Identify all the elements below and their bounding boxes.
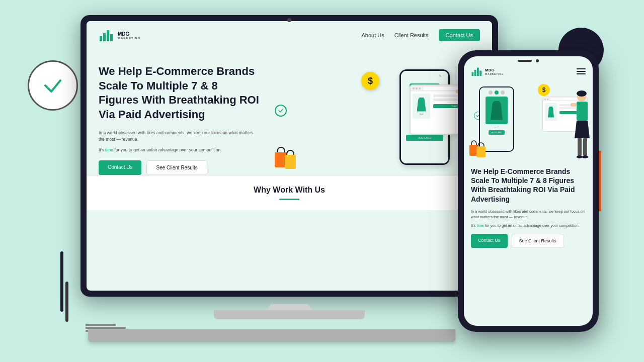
phone-logo-subtitle: MARKETING	[485, 72, 504, 75]
svg-rect-15	[285, 155, 296, 169]
hero-client-results-button[interactable]: See Client Results	[146, 160, 207, 175]
svg-rect-30	[476, 146, 486, 157]
svg-rect-19	[479, 71, 481, 76]
laptop-screen: MDG MARKETING About Us Client Results Co…	[80, 15, 498, 297]
laptop-base	[214, 310, 365, 319]
svg-marker-24	[575, 121, 590, 138]
hamburger-menu-button[interactable]	[577, 68, 586, 74]
svg-rect-22	[577, 102, 588, 121]
deco-bar-2	[65, 282, 68, 322]
nav-about-us[interactable]: About Us	[361, 32, 384, 38]
svg-point-27	[577, 155, 583, 158]
phone-contact-button[interactable]: Contact Us	[471, 234, 508, 248]
svg-rect-18	[477, 68, 479, 76]
hero-buttons: Contact Us See Client Results	[99, 160, 260, 175]
phone-dollar-badge: $	[538, 84, 550, 96]
phone-hero-desc-2: It's time for you to get an unfair advan…	[471, 223, 586, 228]
laptop-nav: MDG MARKETING About Us Client Results Co…	[87, 21, 492, 49]
hamburger-line-2	[577, 71, 586, 72]
svg-point-28	[582, 155, 588, 158]
check-circle-decoration	[28, 60, 78, 111]
hero-illustration: $ 🔍♡	[270, 64, 480, 175]
phone-person-illustration	[562, 89, 590, 162]
add-card-label: ADD CARD	[406, 135, 443, 141]
hamburger-line-1	[577, 68, 586, 69]
svg-rect-23	[571, 103, 577, 107]
phone-shopping-bags	[468, 137, 488, 161]
phone-add-card-label: ADD CARD	[489, 130, 505, 135]
phone-hero-illustration: $	[464, 81, 593, 162]
laptop-logo-text: MDG	[118, 31, 140, 37]
phone-logo: MDG MARKETING	[471, 65, 504, 77]
laptop-nav-links: About Us Client Results Contact Us	[361, 29, 480, 41]
svg-point-21	[577, 90, 587, 97]
svg-rect-1	[103, 33, 106, 41]
nav-client-results[interactable]: Client Results	[394, 32, 429, 38]
hero-check-circle	[275, 105, 287, 117]
hero-desc-1: In a world obsessed with likes and comme…	[99, 130, 260, 143]
phone-client-results-button[interactable]: See Client Results	[512, 234, 564, 248]
laptop-website: MDG MARKETING About Us Client Results Co…	[87, 21, 492, 291]
phone-hero-title: We Help E-Commerce Brands Scale To Multi…	[471, 167, 586, 204]
why-work-section: Why Work With Us	[87, 175, 492, 210]
svg-rect-17	[474, 70, 476, 76]
hero-desc-2: It's time for you to get an unfair advan…	[99, 147, 260, 153]
svg-rect-0	[100, 36, 102, 41]
hero-contact-button[interactable]: Contact Us	[99, 160, 141, 175]
laptop-keyboard	[88, 329, 455, 342]
shopping-bags-illustration	[272, 142, 300, 175]
laptop-camera	[287, 18, 291, 22]
hamburger-line-3	[577, 73, 586, 74]
phone-device: MDG MARKETING $	[458, 50, 599, 332]
svg-rect-25	[578, 138, 582, 156]
svg-rect-3	[110, 34, 113, 41]
svg-rect-2	[107, 30, 109, 41]
nav-contact-us-button[interactable]: Contact Us	[439, 29, 480, 41]
section-title: Why Work With Us	[99, 186, 480, 195]
phone-screen: MDG MARKETING $	[464, 56, 593, 326]
phone-hero-text: We Help E-Commerce Brands Scale To Multi…	[464, 162, 593, 229]
phone-outer-frame: MDG MARKETING $	[458, 50, 599, 332]
phone-logo-text: MDG	[485, 68, 504, 72]
laptop-logo: MDG MARKETING	[99, 27, 140, 43]
svg-rect-16	[472, 72, 474, 76]
phone-hero-desc-1: In a world obsessed with likes and comme…	[471, 209, 586, 220]
dollar-badge: $	[361, 72, 379, 90]
laptop-hero: We Help E-Commerce Brands Scale To Multi…	[87, 49, 492, 175]
svg-rect-26	[583, 138, 587, 156]
laptop-logo-subtitle: MARKETING	[118, 37, 140, 40]
hero-title: We Help E-Commerce Brands Scale To Multi…	[99, 64, 260, 122]
laptop-device: MDG MARKETING About Us Client Results Co…	[80, 15, 498, 327]
deco-bar-1	[60, 251, 63, 312]
hero-text-block: We Help E-Commerce Brands Scale To Multi…	[99, 64, 260, 175]
phone-hero-buttons: Contact Us See Client Results	[464, 234, 593, 248]
